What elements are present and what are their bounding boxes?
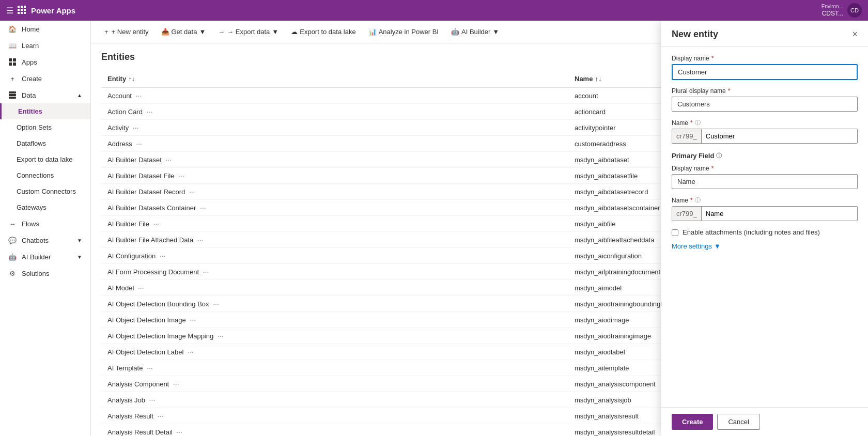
sidebar-item-solutions[interactable]: ⚙ Solutions (0, 265, 90, 282)
entity-name: AI Object Detection Image (107, 316, 186, 324)
row-options-button[interactable]: ··· (145, 107, 155, 116)
row-options-button[interactable]: ··· (176, 172, 187, 180)
sidebar-item-export-lake[interactable]: Export to data lake (0, 151, 90, 167)
svg-rect-5 (24, 9, 26, 11)
sidebar-item-option-sets[interactable]: Option Sets (0, 119, 90, 135)
row-options-button[interactable]: ··· (201, 268, 211, 276)
row-options-button[interactable]: ··· (151, 220, 162, 228)
sidebar-item-flows[interactable]: ↔ Flows (0, 215, 90, 232)
entity-name: AI Object Detection Label (107, 348, 183, 356)
row-options-button[interactable]: ··· (158, 252, 168, 260)
row-options-button[interactable]: ··· (163, 155, 174, 164)
sidebar-item-gateways[interactable]: Gateways (0, 199, 90, 215)
entity-name: Action Card (107, 108, 143, 116)
entity-name: AI Configuration (107, 252, 156, 260)
flows-icon: ↔ (8, 220, 17, 228)
svg-rect-4 (21, 9, 23, 11)
entity-name: AI Builder Dataset Record (107, 188, 185, 196)
row-options-button[interactable]: ··· (187, 188, 197, 196)
more-settings-toggle[interactable]: More settings ▼ (672, 242, 858, 250)
attachments-checkbox-row: Enable attachments (including notes and … (672, 228, 858, 236)
primary-name-input[interactable] (702, 207, 857, 221)
entity-name: AI Template (107, 364, 143, 372)
create-button[interactable]: Create (672, 414, 713, 430)
svg-rect-6 (18, 12, 20, 14)
entity-name: Account (107, 92, 132, 100)
name-input-group: cr799_ (672, 129, 858, 144)
sidebar-item-label: Data (22, 91, 36, 99)
sidebar-item-dataflows[interactable]: Dataflows (0, 135, 90, 151)
row-options-button[interactable]: ··· (195, 236, 206, 244)
sidebar-item-connections[interactable]: Connections (0, 167, 90, 183)
row-options-button[interactable]: ··· (185, 348, 196, 356)
new-entity-button[interactable]: + + New entity (99, 26, 154, 38)
row-options-button[interactable]: ··· (131, 123, 141, 132)
primary-name-input-group: cr799_ (672, 206, 858, 221)
sidebar-item-label: Dataflows (17, 139, 46, 147)
panel-header: New entity × (661, 21, 868, 46)
sidebar-item-chatbots[interactable]: 💬 Chatbots ▼ (0, 232, 90, 248)
row-options-button[interactable]: ··· (211, 300, 221, 308)
row-options-button[interactable]: ··· (188, 316, 198, 324)
row-options-button[interactable]: ··· (198, 204, 208, 212)
grid-icon[interactable] (18, 6, 26, 15)
primary-name-prefix: cr799_ (672, 207, 702, 221)
ai-builder-button[interactable]: 🤖 AI Builder ▼ (446, 26, 504, 38)
dropdown-chevron-icon: ▼ (492, 28, 499, 36)
sidebar-item-learn[interactable]: 📖 Learn (0, 37, 90, 54)
panel-body: Display name * Plural display name * (661, 46, 868, 407)
svg-rect-8 (24, 12, 26, 14)
sidebar-item-label: Connections (17, 172, 54, 179)
lake-icon: ☁ (291, 28, 298, 36)
primary-display-name-input[interactable] (672, 174, 858, 189)
expand-icon: ▼ (77, 254, 82, 260)
export-data-button[interactable]: → → Export data ▼ (213, 26, 284, 38)
get-data-button[interactable]: 📥 Get data ▼ (156, 26, 211, 38)
row-options-button[interactable]: ··· (145, 364, 155, 372)
row-options-button[interactable]: ··· (156, 412, 166, 420)
primary-display-name-group: Display name * (672, 165, 858, 189)
svg-rect-9 (9, 58, 12, 61)
sidebar-item-ai-builder[interactable]: 🤖 AI Builder ▼ (0, 248, 90, 265)
svg-rect-13 (9, 91, 16, 94)
primary-field-info-icon[interactable]: ⓘ (716, 152, 722, 160)
sidebar-item-label: AI Builder (22, 253, 51, 261)
row-options-button[interactable]: ··· (147, 396, 158, 404)
svg-rect-1 (21, 6, 23, 8)
svg-rect-15 (9, 97, 16, 99)
display-name-input[interactable] (672, 64, 858, 80)
panel-close-button[interactable]: × (852, 29, 858, 40)
more-settings-label: More settings (672, 242, 712, 250)
sidebar-item-entities[interactable]: Entities (0, 103, 90, 119)
sidebar-item-apps[interactable]: Apps (0, 54, 90, 70)
sidebar-item-home[interactable]: 🏠 Home (0, 21, 90, 37)
row-options-button[interactable]: ··· (174, 428, 184, 436)
row-options-button[interactable]: ··· (134, 91, 144, 100)
hamburger-menu[interactable]: ☰ (6, 6, 13, 15)
col-entity[interactable]: Entity ↑↓ (101, 71, 568, 87)
primary-name-info-icon[interactable]: ⓘ (695, 196, 701, 204)
name-input[interactable] (702, 129, 857, 143)
cancel-button[interactable]: Cancel (717, 414, 760, 430)
sidebar-item-create[interactable]: + Create (0, 70, 90, 87)
attachments-checkbox[interactable] (672, 229, 678, 236)
dropdown-chevron-icon: ▼ (272, 28, 278, 36)
export-lake-button[interactable]: ☁ Export to data lake (286, 26, 361, 38)
row-options-button[interactable]: ··· (134, 139, 144, 148)
entity-name: AI Builder File Attached Data (107, 236, 193, 244)
analyze-bi-button[interactable]: 📊 Analyze in Power BI (363, 26, 444, 38)
row-options-button[interactable]: ··· (215, 332, 226, 340)
sort-icon: ↑↓ (128, 75, 135, 83)
env-name: CDST... (822, 10, 843, 17)
avatar[interactable]: CD (847, 3, 862, 18)
sidebar-item-data[interactable]: Data ▲ (0, 87, 90, 103)
name-info-icon[interactable]: ⓘ (695, 119, 701, 127)
row-options-button[interactable]: ··· (136, 284, 146, 292)
svg-rect-3 (18, 9, 20, 11)
primary-name-label: Name * ⓘ (672, 196, 858, 204)
plural-display-name-input[interactable] (672, 97, 858, 112)
row-options-button[interactable]: ··· (171, 380, 181, 388)
entity-name: Analysis Job (107, 396, 145, 404)
sidebar-item-custom-connectors[interactable]: Custom Connectors (0, 183, 90, 199)
svg-rect-10 (13, 58, 16, 61)
